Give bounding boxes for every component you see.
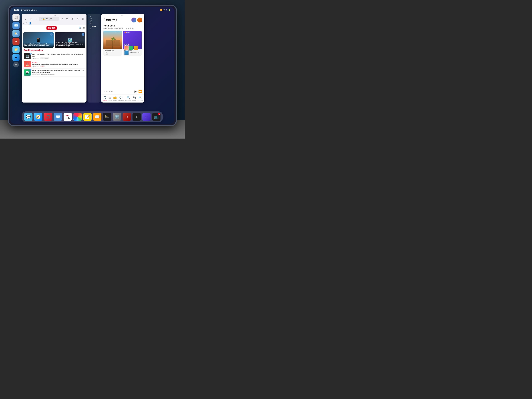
night-mode-button[interactable]: ☾ (25, 22, 27, 25)
news-item-1-info: AMD : les Radeon RX 7000 "RDNA 3" sortir… (32, 54, 85, 59)
status-bar: 17:09 Dimanche 12 juin 📶 38 % 🔋 (10, 7, 175, 13)
music-dot-3 (124, 15, 124, 16)
dock-settings[interactable]: ⚙️ (113, 113, 121, 121)
tabs-button[interactable]: ⧉ (81, 17, 85, 21)
news-item-1[interactable]: 💻 4 AMD : les Radeon RX 7000 "RDNA 3" so… (23, 52, 85, 60)
recherche-music-icon: 🔍 (127, 96, 130, 99)
bibliotheque-icon: 🎶 (119, 96, 123, 99)
music-status: À l'arrêt (106, 90, 133, 93)
album-card-golden-hour[interactable]: ✦✦✦✦✦ Golden Hour Kygo 2020 (103, 31, 122, 56)
news-item-3-badge: 2 (30, 69, 32, 71)
status-time: 17:09 (14, 9, 19, 11)
play-button[interactable]: ▶ (134, 90, 137, 93)
album-art-mix: 🍎Music Mixpréf (123, 31, 142, 49)
nav-explorer[interactable]: ⊞ Explorer (108, 96, 113, 101)
dock-linear[interactable]: ⟋ (142, 113, 151, 121)
apple-music-badge: 🍎Music (124, 32, 130, 33)
mix-thumbnail-2 (129, 46, 133, 50)
french-app-icon[interactable]: Fr (13, 38, 19, 45)
dock-calendar-day: 14 (66, 116, 70, 120)
clubic-logo: clubic (46, 26, 57, 30)
menu-icon[interactable]: ≡ (83, 27, 85, 30)
add-app-button[interactable]: + (13, 62, 19, 67)
news-card-1-overlay: Les spécifications du Xiaomi 12 Ultra en… (23, 42, 54, 48)
dock-calendar[interactable]: MAR. 14 (63, 113, 72, 121)
back-nav-icon[interactable]: ‹ (24, 27, 25, 29)
search-icon[interactable]: 🔍 (79, 27, 82, 30)
news-card-1[interactable]: 📱 Les spécifications du Xiaomi 12 Ultra … (23, 32, 54, 48)
clubic-nav-icons: 🔍 ≡ (79, 27, 85, 30)
clubic-header: ‹ clubic 🔍 ≡ (22, 25, 87, 31)
back-button[interactable]: ‹ (29, 17, 33, 21)
news-item-2-info: SOLDES Soldes d'été 2022 : dates, bons p… (32, 62, 85, 67)
dock-safari[interactable]: 🧭 (34, 113, 42, 121)
share-button[interactable]: ⬆ (70, 17, 75, 21)
ipad-device: 17:09 Dimanche 12 juin 📶 38 % 🔋 📰 ✉️ ⛅ F… (8, 5, 177, 126)
font-size-icon: AA (40, 18, 42, 19)
news-item-3[interactable]: 💬 2 WhatsApp vous permet maintenant de t… (23, 69, 85, 77)
left-app-panel: 📰 ✉️ ⛅ Fr 📁 A + (11, 14, 21, 102)
nav-recherche2[interactable]: 🔍 Recherche (137, 96, 143, 101)
dock-messages[interactable]: 💬 (24, 113, 32, 121)
dernières-actualités-title: Dernières actualités (24, 49, 85, 51)
lock-icon: 🔒 (43, 18, 45, 20)
palm-tree-decoration (113, 40, 113, 49)
news-item-2-title: Soldes d'été 2022 : dates, bons plans et… (32, 63, 85, 65)
open-new-button[interactable]: ⇥ (60, 17, 64, 21)
battery-icon: 🔋 (169, 9, 171, 11)
news-app-icon[interactable]: 📰 (13, 14, 19, 21)
album-card-mix[interactable]: 🍎Music Mixpréf (123, 31, 142, 56)
music-dot-2 (122, 15, 123, 16)
sidebar-toggle-button[interactable]: ⊟ (23, 17, 28, 21)
news-card-1-badge: 14 (50, 33, 53, 36)
explorer-label: Explorer (108, 100, 113, 101)
news-card-2[interactable]: 🗺️ Google Maps ajoute une nouvelle fonct… (55, 32, 85, 48)
add-tab-button[interactable]: + (76, 17, 80, 21)
files-app-icon[interactable]: 📁 (13, 46, 19, 53)
dock-plus[interactable]: + (133, 113, 141, 121)
user-avatar-1[interactable] (131, 18, 136, 22)
news-item-2-label: SOLDES (32, 62, 85, 63)
nav-ecouter[interactable]: 🎵 Écouter (103, 96, 107, 101)
cal-day-17: 17 (89, 20, 99, 22)
news-item-3-thumb: 💬 2 (24, 70, 31, 76)
music-panel: Écouter Pour vous Entraînement de l'aprè… (101, 14, 144, 102)
reader-mode-button[interactable]: 👤 (29, 22, 32, 25)
dock-music[interactable]: 🎵 (44, 113, 52, 121)
user-avatar-2[interactable] (137, 18, 142, 22)
window-dot-2 (54, 15, 55, 16)
radio-icon: 📻 (113, 96, 117, 99)
dock-french[interactable]: Fr (123, 113, 131, 121)
dock-notes[interactable]: 📝 (83, 113, 92, 121)
calendar-panel: 3 10 17 24 Juillet 1 (88, 14, 100, 102)
nav-radio[interactable]: 📻 Radio (113, 96, 117, 101)
weather-app-icon[interactable]: ⛅ (13, 30, 19, 37)
news-item-1-badge: 4 (30, 53, 32, 55)
dock-photos[interactable] (73, 113, 82, 121)
album-artist-golden-hour: Kygo (105, 52, 121, 53)
news-item-2-tag: Soldes (40, 65, 45, 67)
nav-recherche-music[interactable]: 🔍 Recherche (125, 96, 131, 101)
nav-arcade[interactable]: 🎮 Arcade (132, 96, 136, 101)
cal-dot-17 (89, 21, 89, 22)
news-item-2[interactable]: 🏖️ SOLDES Soldes d'été 2022 : dates, bon… (23, 60, 85, 69)
window-dots (23, 15, 85, 16)
url-bar[interactable]: AA 🔒 ibic.com (39, 17, 59, 21)
bibliotheque-label: Bibliothèque (118, 100, 124, 101)
fast-forward-button[interactable]: ⏩ (138, 90, 142, 93)
music-dot-1 (121, 15, 122, 16)
prev-tab-button[interactable]: ‹ (23, 22, 24, 25)
appstore-app-icon[interactable]: A (13, 54, 19, 61)
dock-hue[interactable]: huePHILIPS (103, 113, 111, 121)
mail-app-icon[interactable]: ✉️ (13, 22, 19, 29)
photos-gradient (73, 113, 82, 121)
forward-button[interactable]: › (34, 17, 38, 21)
album-info-golden-hour: Golden Hour Kygo 2020 (103, 49, 122, 56)
dock-multistore[interactable]: 📺 M (152, 113, 160, 121)
reload-button[interactable]: ↺ (65, 17, 69, 21)
recherche2-label: Recherche (137, 100, 143, 101)
dock-books[interactable]: 📖 (93, 113, 101, 121)
dock-mail[interactable]: ✉️ (54, 113, 62, 121)
browser-nav-row: ⊟ ‹ › AA 🔒 ibic.com ⇥ ↺ ⬆ + ⧉ (23, 17, 85, 21)
nav-bibliotheque[interactable]: 🎶 Bibliothèque (118, 96, 124, 101)
